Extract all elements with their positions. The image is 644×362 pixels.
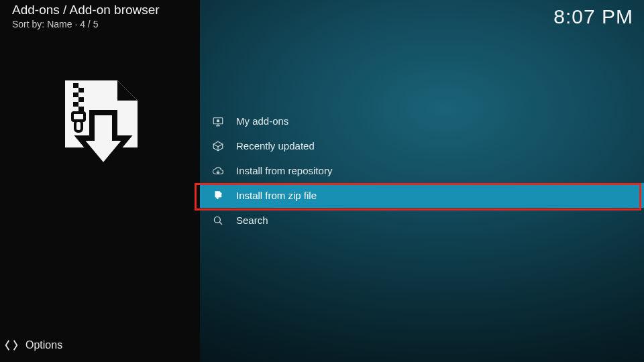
menu-item-label: Install from zip file [236, 190, 317, 201]
menu-item-my-addons[interactable]: My add-ons [200, 109, 644, 133]
options-button[interactable]: Options [0, 328, 200, 362]
svg-rect-11 [217, 119, 219, 122]
svg-rect-5 [78, 107, 84, 111]
sort-line: Sort by: Name · 4 / 5 [12, 19, 189, 29]
clock: 8:07 PM [553, 5, 633, 28]
sort-value: Name [47, 19, 72, 29]
sidebar-artwork [0, 31, 200, 328]
menu-item-recently-updated[interactable]: Recently updated [200, 133, 644, 158]
search-icon [212, 215, 224, 227]
sort-prefix: Sort by: [12, 19, 47, 29]
menu-item-label: Install from repository [236, 165, 332, 176]
sort-sep: · [72, 19, 80, 29]
menu-item-install-from-zip[interactable]: Install from zip file [200, 183, 644, 208]
svg-rect-1 [78, 88, 84, 93]
menu-item-search[interactable]: Search [200, 208, 644, 233]
svg-rect-2 [73, 93, 78, 97]
menu-item-label: Recently updated [236, 140, 315, 152]
header: Add-ons / Add-on browser Sort by: Name ·… [0, 0, 200, 31]
options-label: Options [25, 339, 62, 351]
sidebar: Add-ons / Add-on browser Sort by: Name ·… [0, 0, 200, 362]
addon-menu: My add-ons Recently updated Install from… [200, 109, 644, 233]
svg-line-13 [219, 222, 222, 225]
list-position: 4 / 5 [80, 19, 98, 29]
svg-rect-4 [73, 102, 78, 107]
zip-install-art-icon [53, 76, 147, 170]
menu-item-install-from-repository[interactable]: Install from repository [200, 158, 644, 183]
cloud-download-icon [212, 165, 224, 177]
menu-item-label: My add-ons [236, 115, 288, 127]
monitor-addon-icon [212, 115, 224, 127]
svg-rect-3 [78, 97, 84, 102]
breadcrumb: Add-ons / Add-on browser [12, 3, 189, 17]
zip-download-icon [212, 190, 224, 202]
main-panel: 8:07 PM My add-ons Recentl [200, 0, 644, 362]
options-icon [4, 338, 19, 353]
svg-point-12 [214, 217, 220, 223]
menu-item-label: Search [236, 215, 268, 226]
open-box-icon [212, 140, 224, 152]
svg-rect-0 [73, 83, 78, 88]
